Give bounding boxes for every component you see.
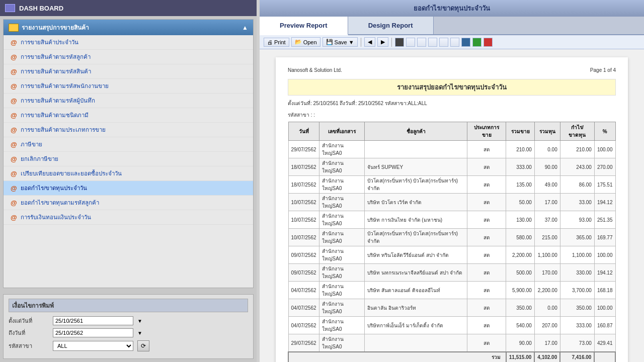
cell-date: 10/07/2562 <box>288 229 319 246</box>
to-date-input[interactable] <box>53 328 133 337</box>
cell-pct: 270.00 <box>594 158 615 176</box>
from-date-input[interactable] <box>53 316 133 325</box>
menu-item[interactable]: @ การขายสินค้าตามชนิดภามี <box>4 108 253 123</box>
toolbar-btn-8[interactable] <box>450 38 459 47</box>
cell-profit: 86.00 <box>560 176 594 194</box>
toolbar-btn-11[interactable] <box>484 38 493 47</box>
toolbar-btn-7[interactable] <box>439 38 448 47</box>
menu-header-label: รายงานสรุปการขายสินค้า <box>22 23 89 32</box>
table-row: 10/07/2562 สำนักงานใหญ่SA0 บริษัท การเงิ… <box>288 211 615 229</box>
menu-item[interactable]: @ ยกเลิกภาษีขาย <box>4 152 253 166</box>
branch-select[interactable]: ALL <box>53 341 133 351</box>
to-date-dropdown-icon[interactable]: ▼ <box>137 330 142 336</box>
report-header-title: ยอดกำไร/ขาดทุนประจำวัน <box>414 5 490 12</box>
toolbar-btn-4[interactable] <box>406 38 415 47</box>
menu-item-highlighted[interactable]: @ ยอดกำไร/ขาดทุนประจำวัน <box>4 181 253 196</box>
cell-customer: จันทร์ SUPWEY <box>364 158 467 176</box>
menu-section: รายงานสรุปการขายสินค้า ▲ @ การขายสินค้าป… <box>3 19 254 288</box>
total-row: รวม 11,515.00 4,102.00 7,416.00 <box>288 352 615 362</box>
cell-total-cost: 0.00 <box>534 299 560 317</box>
cell-customer: บริษัท การเงินไทย จำกัด (มหาชน) <box>364 211 467 229</box>
cell-date: 10/07/2562 <box>288 211 319 229</box>
cell-date: 09/07/2562 <box>288 264 319 282</box>
cell-profit: 93.00 <box>560 211 594 229</box>
cell-doc: สำนักงานใหญ่SA0 <box>319 264 364 282</box>
cell-total-cost: 207.00 <box>534 317 560 334</box>
collapse-icon[interactable]: ▲ <box>242 24 248 31</box>
print-button[interactable]: 🖨 Print <box>264 38 289 47</box>
table-row: 10/07/2562 สำนักงานใหญ่SA0 บริษัท บัวโตร… <box>288 194 615 211</box>
refresh-button[interactable]: ⟳ <box>137 340 149 351</box>
tab-design[interactable]: Design Report <box>348 17 434 34</box>
menu-item[interactable]: @ การขายสินค้าตามรหัสพนักงานขาย <box>4 79 253 94</box>
cell-pct: 169.77 <box>594 229 615 246</box>
toolbar-btn-2[interactable]: ▶ <box>377 37 388 47</box>
cell-profit: 3,700.00 <box>560 282 594 299</box>
cell-date: 09/07/2562 <box>288 246 319 264</box>
toolbar-btn-9[interactable] <box>461 38 470 47</box>
open-button[interactable]: 📂 Open <box>291 37 320 47</box>
cell-doc: สำนักงานใหญ่SA0 <box>319 334 364 352</box>
report-title: รายงานสรุปยอดกำไร/ขาดทุนประจำวัน <box>288 79 616 96</box>
menu-item[interactable]: @ การขายสินค้าตามรหัสผู้บันทึก <box>4 94 253 108</box>
menu-item-label: การขายสินค้าตามรหัสลูกค้า <box>21 52 91 61</box>
cell-total-sale: 2,200.00 <box>506 246 535 264</box>
cell-customer: บริษัทกาพ์เอ็นเอ็ร์ มาร์เก็ตติ้ง จำกัด <box>364 317 467 334</box>
menu-item[interactable]: @ การขายสินค้าตามประเภทการขาย <box>4 123 253 137</box>
cell-type: สด <box>467 299 506 317</box>
cell-total-sale: 210.00 <box>506 141 535 158</box>
menu-item-label: ยอดกำไร/ขาดทุนประจำวัน <box>21 184 87 193</box>
cell-customer: บริษัท นทกรเนระนาจีลลรีย์แอนด์ สปา จำกัด <box>364 264 467 282</box>
menu-item[interactable]: @ ภาษีขาย <box>4 137 253 152</box>
col-type: ประเภทการขาย <box>467 122 506 141</box>
menu-item[interactable]: @ การขายสินค้าตามรหัสลูกค้า <box>4 50 253 64</box>
cell-date: 29/07/2562 <box>288 334 319 352</box>
toolbar-btn-1[interactable]: ◀ <box>364 37 375 47</box>
toolbar-btn-3[interactable] <box>395 38 404 47</box>
cell-doc: สำนักงานใหญ่SA0 <box>319 158 364 176</box>
at-icon: @ <box>11 126 18 134</box>
toolbar-sep-2 <box>391 38 392 47</box>
cell-total-sale: 500.00 <box>506 264 535 282</box>
cell-customer: อินตาลัน อินตาริวอร์ท <box>364 299 467 317</box>
toolbar-btn-5[interactable] <box>417 38 426 47</box>
save-dropdown-icon: ▼ <box>349 39 354 45</box>
cell-doc: สำนักงานใหญ่SA0 <box>319 176 364 194</box>
save-label: Save <box>335 39 347 45</box>
report-filter-row: ตั้งแต่วันที่: 25/10/2561 ถึงวันที่: 25/… <box>288 100 616 107</box>
cell-pct: 194.12 <box>594 264 615 282</box>
tab-preview[interactable]: Preview Report <box>260 17 348 35</box>
cell-pct: 100.00 <box>594 246 615 264</box>
cell-doc: สำนักงานใหญ่SA0 <box>319 194 364 211</box>
cell-total-cost: 170.00 <box>534 264 560 282</box>
report-content[interactable]: Nanosoft & Solution Ltd. Page 1 of 4 ราย… <box>260 49 644 362</box>
menu-header: รายงานสรุปการขายสินค้า ▲ <box>4 20 253 35</box>
menu-item[interactable]: @ เปรียบเทียบยอดขายและยอดซื้อประจำวัน <box>4 166 253 181</box>
at-icon: @ <box>11 97 18 105</box>
at-icon: @ <box>11 170 18 177</box>
cell-profit: 330.00 <box>560 264 594 282</box>
cell-date: 18/07/2562 <box>288 158 319 176</box>
right-panel: ยอดกำไร/ขาดทุนประจำวัน Preview Report De… <box>260 0 644 362</box>
total-pct <box>594 352 615 362</box>
toolbar-btn-6[interactable] <box>428 38 437 47</box>
report-table: วันที่ เลขที่เอกสาร ชื่อลูกค้า ประเภทการ… <box>288 122 616 362</box>
menu-item[interactable]: @ การขายสินค้าประจำวัน <box>4 35 253 50</box>
at-icon: @ <box>11 112 18 119</box>
save-button[interactable]: 💾 Save ▼ <box>323 37 358 47</box>
total-sale: 11,515.00 <box>506 352 535 362</box>
toolbar-btn-10[interactable] <box>472 38 481 47</box>
menu-item[interactable]: @ การรับเงินทอนแงินประจำวัน <box>4 210 253 225</box>
cell-pct: 175.51 <box>594 176 615 194</box>
from-date-dropdown-icon[interactable]: ▼ <box>137 318 142 324</box>
open-icon: 📂 <box>295 39 302 45</box>
menu-item-label: ยอดกำไร/ขาดทุนตามรหัสลูกค้า <box>21 198 99 207</box>
cell-profit: 365.00 <box>560 229 594 246</box>
menu-item[interactable]: @ การขายสินค้าตามรหัสสินค้า <box>4 64 253 79</box>
cell-type: สด <box>467 211 506 229</box>
menu-item[interactable]: @ ยอดกำไร/ขาดทุนตามรหัสลูกค้า <box>4 196 253 210</box>
left-panel: DASH BOARD รายงานสรุปการขายสินค้า ▲ @ กา… <box>0 0 257 362</box>
toolbar: 🖨 Print 📂 Open 💾 Save ▼ ◀ ▶ <box>260 35 644 49</box>
cell-type: สด <box>467 282 506 299</box>
cell-pct: 251.35 <box>594 211 615 229</box>
